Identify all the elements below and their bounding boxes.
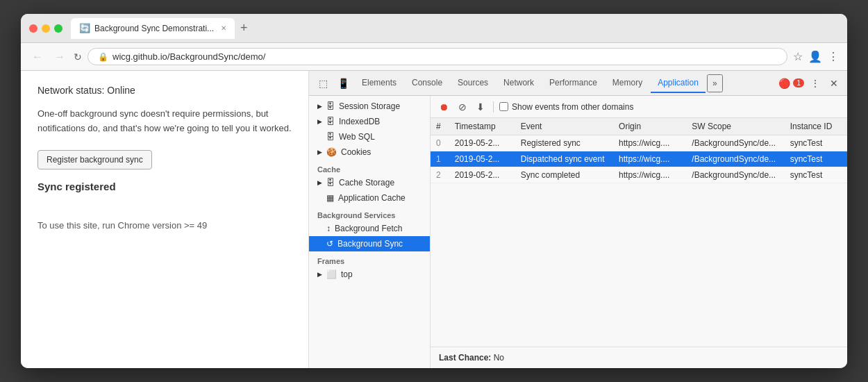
main-content: Network status: Online One-off backgroun…: [21, 71, 847, 368]
minimize-traffic-light[interactable]: [42, 24, 50, 33]
show-events-checkbox[interactable]: [499, 102, 508, 111]
browser-tab[interactable]: 🔄 Background Sync Demonstrati... ✕: [71, 18, 235, 39]
database-icon: 🗄: [326, 117, 335, 126]
cookie-icon: 🍪: [326, 147, 337, 157]
sync-registered-text: Sync registered: [37, 181, 292, 192]
col-origin: Origin: [613, 118, 686, 135]
devtools-tab-bar: ⬚ 📱 Elements Console Sources Network Per…: [309, 71, 847, 96]
download-button[interactable]: ⬇: [474, 100, 487, 114]
record-button[interactable]: ⏺: [436, 100, 451, 114]
bookmark-icon[interactable]: ☆: [793, 50, 803, 63]
tab-application[interactable]: Application: [651, 74, 706, 93]
sidebar-item-label: Cookies: [341, 147, 371, 157]
col-instance-id: Instance ID: [785, 118, 847, 135]
sync-toolbar: ⏺ ⊘ ⬇ Show events from other domains: [431, 96, 847, 118]
cell-timestamp: 2019-05-2...: [449, 151, 515, 167]
cell-origin: https://wicg....: [613, 167, 686, 183]
sidebar-item-label: Session Storage: [339, 101, 400, 111]
sidebar-item-indexeddb[interactable]: ▶ 🗄 IndexedDB: [309, 114, 430, 129]
database-icon: 🗄: [326, 101, 335, 111]
cell-sw-scope: /BackgroundSync/de...: [686, 151, 784, 167]
tab-network[interactable]: Network: [496, 74, 541, 93]
tab-sources[interactable]: Sources: [451, 74, 495, 93]
forward-button[interactable]: →: [51, 49, 68, 65]
account-icon[interactable]: 👤: [808, 50, 822, 63]
devtools-body: ▶ 🗄 Session Storage ▶ 🗄 IndexedDB ▶ 🗄 We…: [309, 96, 847, 368]
sidebar-item-session-storage[interactable]: ▶ 🗄 Session Storage: [309, 99, 430, 114]
cell-event: Dispatched sync event: [515, 151, 613, 167]
cell-num: 1: [431, 151, 449, 167]
more-tabs-button[interactable]: »: [707, 74, 723, 92]
register-background-sync-button[interactable]: Register background sync: [37, 150, 152, 169]
col-timestamp: Timestamp: [449, 118, 515, 135]
sidebar-item-label: Cache Storage: [339, 178, 394, 188]
frame-icon: ⬜: [326, 269, 337, 279]
menu-icon[interactable]: ⋮: [828, 50, 839, 63]
error-badge: 🔴 1: [778, 78, 804, 89]
refresh-button[interactable]: ↻: [74, 51, 82, 63]
cell-num: 2: [431, 167, 449, 183]
url-bar[interactable]: 🔒 wicg.github.io/BackgroundSync/demo/: [87, 48, 787, 65]
cell-origin: https://wicg....: [613, 135, 686, 151]
element-picker-icon[interactable]: ⬚: [315, 75, 332, 92]
cell-event: Registered sync: [515, 135, 613, 151]
sidebar-item-background-fetch[interactable]: ▶ ↕ Background Fetch: [309, 221, 430, 236]
background-services-header: Background Services: [309, 206, 430, 221]
sidebar-item-web-sql[interactable]: ▶ 🗄 Web SQL: [309, 129, 430, 144]
tab-memory[interactable]: Memory: [606, 74, 649, 93]
maximize-traffic-light[interactable]: [54, 24, 62, 33]
arrow-icon: ▶: [317, 118, 322, 125]
devtools-panel: ⬚ 📱 Elements Console Sources Network Per…: [309, 71, 847, 368]
clear-button[interactable]: ⊘: [456, 100, 469, 114]
new-tab-button[interactable]: +: [237, 21, 251, 35]
show-events-checkbox-label[interactable]: Show events from other domains: [499, 102, 633, 112]
storage-icon: 🗄: [326, 178, 335, 188]
sync-icon: ↺: [326, 239, 333, 249]
col-event: Event: [515, 118, 613, 135]
tab-title: Background Sync Demonstrati...: [94, 24, 214, 33]
sidebar-item-top-frame[interactable]: ▶ ⬜ top: [309, 267, 430, 282]
table-row[interactable]: 1 2019-05-2... Dispatched sync event htt…: [431, 151, 847, 167]
address-bar: ← → ↻ 🔒 wicg.github.io/BackgroundSync/de…: [21, 43, 847, 71]
cell-instance-id: syncTest: [785, 167, 847, 183]
sidebar-item-background-sync[interactable]: ▶ ↺ Background Sync: [309, 236, 430, 251]
webpage-area: Network status: Online One-off backgroun…: [21, 71, 309, 368]
sidebar-item-label: top: [341, 269, 353, 279]
fetch-icon: ↕: [326, 224, 331, 233]
sidebar-item-cache-storage[interactable]: ▶ 🗄 Cache Storage: [309, 175, 430, 190]
col-num: #: [431, 118, 449, 135]
back-button[interactable]: ←: [29, 49, 46, 65]
device-toolbar-icon[interactable]: 📱: [333, 75, 353, 92]
devtools-sidebar: ▶ 🗄 Session Storage ▶ 🗄 IndexedDB ▶ 🗄 We…: [309, 96, 431, 368]
devtools-close-button[interactable]: ✕: [826, 76, 842, 90]
cell-instance-id: syncTest: [785, 135, 847, 151]
sidebar-item-label: Application Cache: [338, 193, 406, 203]
sync-events-table: # Timestamp Event Origin SW Scope Instan…: [431, 118, 847, 183]
sidebar-item-application-cache[interactable]: ▶ ▦ Application Cache: [309, 190, 430, 206]
cell-timestamp: 2019-05-2...: [449, 167, 515, 183]
database-icon: 🗄: [326, 132, 335, 142]
tab-console[interactable]: Console: [405, 74, 449, 93]
tab-performance[interactable]: Performance: [542, 74, 604, 93]
arrow-icon: ▶: [317, 103, 322, 110]
tab-bar: 🔄 Background Sync Demonstrati... ✕ +: [71, 18, 839, 39]
close-traffic-light[interactable]: [29, 24, 37, 33]
chrome-version-note: To use this site, run Chrome version >= …: [37, 220, 292, 231]
sidebar-item-label: Background Sync: [337, 239, 403, 249]
arrow-icon: ▶: [317, 149, 322, 156]
tab-favicon: 🔄: [79, 23, 90, 33]
description-text: One-off background sync doesn't require …: [37, 107, 292, 136]
sidebar-item-cookies[interactable]: ▶ 🍪 Cookies: [309, 144, 430, 160]
cell-instance-id: syncTest: [785, 151, 847, 167]
devtools-settings-button[interactable]: ⋮: [807, 76, 824, 90]
grid-icon: ▦: [326, 193, 334, 203]
tab-elements[interactable]: Elements: [355, 74, 403, 93]
table-row[interactable]: 0 2019-05-2... Registered sync https://w…: [431, 135, 847, 151]
sidebar-item-label: IndexedDB: [339, 117, 380, 126]
toolbar-separator: [493, 101, 494, 113]
last-chance-bar: Last Chance: No: [431, 347, 847, 368]
tab-close-button[interactable]: ✕: [221, 24, 226, 32]
table-row[interactable]: 2 2019-05-2... Sync completed https://wi…: [431, 167, 847, 183]
col-sw-scope: SW Scope: [686, 118, 784, 135]
cell-num: 0: [431, 135, 449, 151]
